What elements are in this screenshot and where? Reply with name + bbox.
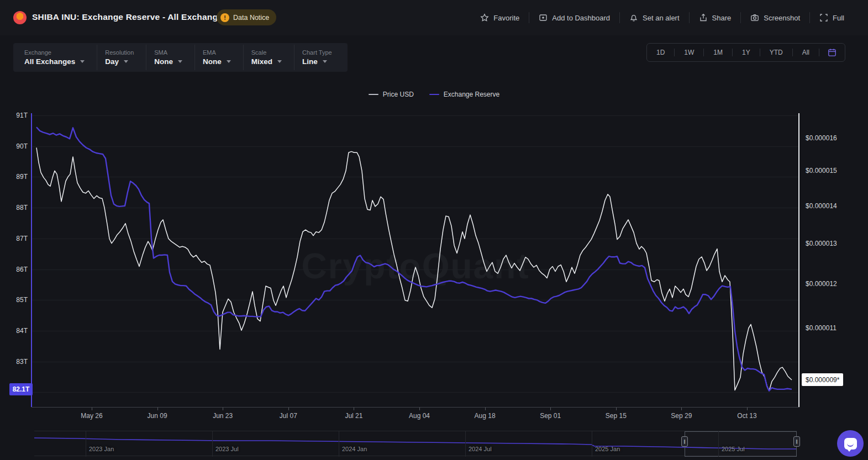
x-axis-tick-mark bbox=[354, 408, 354, 410]
chevron-down-icon bbox=[80, 60, 85, 63]
right-axis-tick: $0.000015 bbox=[806, 167, 837, 175]
x-axis-tick: Jun 09 bbox=[148, 412, 167, 420]
x-axis-tick: Sep 29 bbox=[671, 412, 692, 420]
left-axis-tick: 91T bbox=[16, 112, 28, 119]
x-axis-tick-mark bbox=[157, 408, 158, 410]
chart-legend: Price USDExchange Reserve bbox=[0, 91, 868, 98]
minimap-tick-label: 2025 Jan bbox=[595, 446, 620, 452]
line-series bbox=[31, 113, 799, 407]
x-axis-tick: Oct 13 bbox=[737, 412, 756, 420]
chevron-down-icon bbox=[178, 60, 182, 63]
legend-item-price-usd[interactable]: Price USD bbox=[369, 91, 414, 98]
minimap-tick-label: 2023 Jan bbox=[89, 446, 114, 452]
x-axis-tick: Aug 18 bbox=[475, 412, 496, 420]
header-actions: FavoriteAdd to DashboardSet an alertShar… bbox=[471, 0, 854, 35]
full-button[interactable]: Full bbox=[810, 13, 854, 22]
chat-icon bbox=[844, 438, 857, 450]
range-ytd-button[interactable]: YTD bbox=[760, 44, 792, 61]
left-axis-tick: 83T bbox=[16, 358, 28, 366]
share-icon bbox=[699, 13, 708, 22]
chart-type-label: Chart Type bbox=[302, 49, 332, 56]
right-axis-tick: $0.000016 bbox=[806, 134, 837, 142]
screenshot-button[interactable]: Screenshot bbox=[741, 13, 809, 22]
x-axis-tick-mark bbox=[288, 408, 289, 410]
x-axis-tick: Jun 23 bbox=[213, 412, 233, 420]
set-alert-label: Set an alert bbox=[643, 14, 680, 22]
shiba-inu-logo-icon bbox=[13, 11, 27, 24]
x-axis-tick-mark bbox=[92, 408, 92, 410]
right-axis-tick: $0.000011 bbox=[806, 324, 837, 332]
minimap-tick-label: 2024 Jan bbox=[342, 446, 367, 452]
minimap-gridline bbox=[212, 431, 213, 457]
exchange-dropdown[interactable]: ExchangeAll Exchanges bbox=[17, 45, 97, 70]
minimap-gridline bbox=[718, 431, 719, 457]
header-bar: SHIBA INU: Exchange Reserve - All Exchan… bbox=[0, 0, 868, 35]
legend-label: Price USD bbox=[383, 91, 414, 98]
minimap-gridline bbox=[339, 431, 339, 457]
right-axis-tick: $0.000014 bbox=[806, 202, 837, 210]
legend-item-exchange-reserve[interactable]: Exchange Reserve bbox=[429, 91, 499, 98]
range-1y-button[interactable]: 1Y bbox=[733, 44, 760, 61]
data-notice-badge[interactable]: ! Data Notice bbox=[217, 9, 276, 25]
chart-type-dropdown[interactable]: Chart TypeLine bbox=[294, 45, 344, 70]
exchange-label: Exchange bbox=[24, 49, 85, 56]
sma-dropdown[interactable]: SMANone bbox=[146, 45, 194, 70]
favorite-button[interactable]: Favorite bbox=[471, 13, 529, 22]
x-axis-tick: Sep 01 bbox=[540, 412, 561, 420]
star-icon bbox=[480, 13, 489, 22]
minimap-gridline bbox=[592, 431, 592, 457]
x-axis-tick-mark bbox=[616, 408, 617, 410]
left-axis-tick: 85T bbox=[16, 296, 28, 304]
range-1m-button[interactable]: 1M bbox=[704, 44, 732, 61]
resolution-dropdown[interactable]: ResolutionDay bbox=[97, 45, 146, 70]
x-axis-tick-mark bbox=[681, 408, 682, 410]
legend-label: Exchange Reserve bbox=[444, 91, 499, 98]
chart-settings-toolbar: ExchangeAll ExchangesResolutionDaySMANon… bbox=[13, 43, 348, 72]
range-all-button[interactable]: All bbox=[793, 44, 819, 61]
share-label: Share bbox=[712, 14, 732, 22]
x-axis-tick-mark bbox=[747, 408, 748, 410]
chart-type-value: Line bbox=[302, 57, 318, 66]
x-axis-tick: Aug 04 bbox=[409, 412, 430, 420]
calendar-icon[interactable] bbox=[819, 48, 845, 57]
scale-label: Scale bbox=[251, 49, 282, 56]
x-axis-tick: Sep 15 bbox=[606, 412, 627, 420]
scale-value: Mixed bbox=[251, 57, 272, 66]
range-1w-button[interactable]: 1W bbox=[675, 44, 703, 61]
minimap-selection-window[interactable] bbox=[685, 431, 797, 457]
dashboard-add-icon bbox=[539, 13, 548, 22]
left-axis-tick: 84T bbox=[16, 327, 28, 335]
left-axis-tick: 86T bbox=[16, 266, 28, 273]
page-title: SHIBA INU: Exchange Reserve - All Exchan… bbox=[32, 12, 228, 22]
share-button[interactable]: Share bbox=[690, 13, 741, 22]
full-label: Full bbox=[833, 14, 844, 22]
add-to-dashboard-button[interactable]: Add to Dashboard bbox=[529, 13, 619, 22]
chart-plot-area[interactable]: CryptoQuant bbox=[31, 113, 799, 407]
x-axis-tick-mark bbox=[223, 408, 223, 410]
minimap-tick-label: 2025 Jul bbox=[722, 446, 745, 452]
chevron-down-icon bbox=[277, 60, 282, 63]
x-axis-tick-mark bbox=[550, 408, 551, 410]
timeline-minimap[interactable]: ∥ ∥ 2023 Jan2023 Jul2024 Jan2024 Jul2025… bbox=[34, 431, 797, 456]
legend-swatch bbox=[369, 94, 378, 95]
reserve-current-value-badge: 82.1T bbox=[9, 383, 33, 395]
sma-value: None bbox=[154, 57, 173, 66]
chat-button[interactable] bbox=[837, 430, 864, 457]
chevron-down-icon bbox=[227, 60, 231, 63]
time-range-selector: 1D1W1M1YYTDAll bbox=[646, 43, 845, 62]
data-notice-label: Data Notice bbox=[233, 14, 269, 22]
resolution-label: Resolution bbox=[105, 49, 134, 56]
right-axis-tick: $0.000012 bbox=[806, 280, 837, 288]
left-axis-tick: 88T bbox=[16, 204, 28, 212]
range-1d-button[interactable]: 1D bbox=[647, 44, 674, 61]
series-exchange-reserve bbox=[36, 127, 792, 391]
ema-dropdown[interactable]: EMANone bbox=[194, 45, 243, 70]
cryptoquant-chart-page: SHIBA INU: Exchange Reserve - All Exchan… bbox=[0, 0, 868, 460]
ema-value: None bbox=[203, 57, 222, 66]
exchange-value: All Exchanges bbox=[24, 57, 75, 66]
ema-label: EMA bbox=[203, 49, 231, 56]
minimap-right-handle[interactable]: ∥ bbox=[793, 436, 800, 447]
set-alert-button[interactable]: Set an alert bbox=[620, 13, 689, 22]
scale-dropdown[interactable]: ScaleMixed bbox=[243, 45, 294, 70]
minimap-left-handle[interactable]: ∥ bbox=[681, 436, 688, 447]
